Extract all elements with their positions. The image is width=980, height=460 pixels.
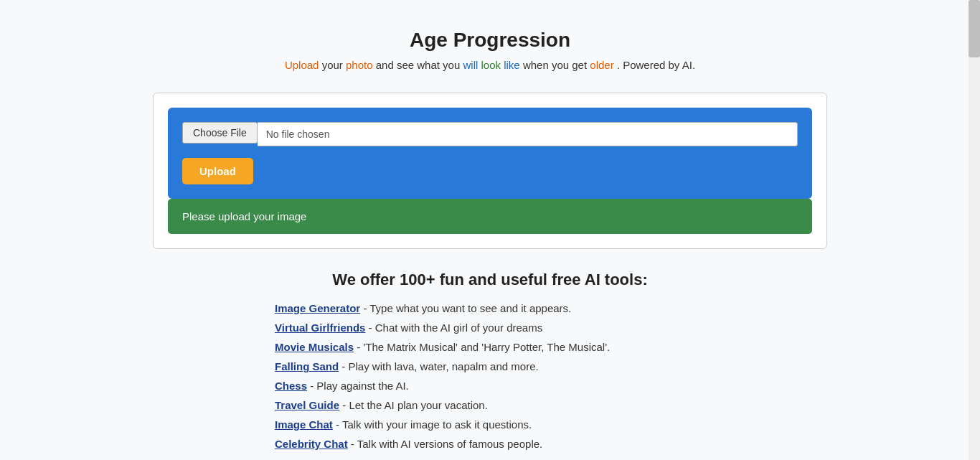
upload-section: Choose File No file chosen Upload Please… — [153, 93, 827, 249]
subtitle-will: will — [463, 59, 478, 71]
travel-guide-link[interactable]: Travel Guide — [275, 399, 339, 411]
scrollbar-track — [969, 0, 980, 460]
celebrity-chat-link[interactable]: Celebrity Chat — [275, 438, 348, 450]
tool-list: Image Generator - Type what you want to … — [275, 302, 705, 450]
list-item: Virtual Girlfriends - Chat with the AI g… — [275, 321, 705, 334]
tools-heading: We offer 100+ fun and useful free AI too… — [153, 271, 827, 289]
chess-desc: - Play against the AI. — [307, 380, 409, 392]
file-input-container: Choose File No file chosen — [182, 122, 798, 146]
movie-musicals-desc: - 'The Matrix Musical' and 'Harry Potter… — [354, 341, 610, 353]
image-chat-desc: - Talk with your image to ask it questio… — [333, 418, 532, 431]
file-name-display: No file chosen — [258, 122, 798, 146]
falling-sand-desc: - Play with lava, water, napalm and more… — [339, 360, 538, 372]
celebrity-chat-desc: - Talk with AI versions of famous people… — [348, 438, 543, 450]
upload-blue-box: Choose File No file chosen Upload — [168, 108, 812, 199]
list-item: Falling Sand - Play with lava, water, na… — [275, 360, 705, 372]
image-generator-link[interactable]: Image Generator — [275, 302, 360, 314]
subtitle-like: like — [504, 59, 520, 71]
list-item: Image Generator - Type what you want to … — [275, 302, 705, 314]
file-input-wrapper[interactable]: Choose File — [182, 122, 258, 146]
subtitle-photo: photo — [346, 59, 373, 71]
scrollbar-thumb[interactable] — [969, 0, 980, 57]
tools-section: We offer 100+ fun and useful free AI too… — [153, 271, 827, 450]
virtual-girlfriends-desc: - Chat with the AI girl of your dreams — [365, 321, 542, 334]
status-bar: Please upload your image — [168, 199, 812, 234]
chess-link[interactable]: Chess — [275, 380, 307, 392]
list-item: Movie Musicals - 'The Matrix Musical' an… — [275, 341, 705, 353]
subtitle-older: older — [590, 59, 613, 71]
subtitle-look: look — [481, 59, 501, 71]
list-item: Chess - Play against the AI. — [275, 380, 705, 392]
subtitle-upload: Upload — [285, 59, 319, 71]
image-generator-desc: - Type what you want to see and it appea… — [360, 302, 571, 314]
list-item: Celebrity Chat - Talk with AI versions o… — [275, 438, 705, 450]
file-input-row: Choose File No file chosen — [182, 122, 798, 146]
virtual-girlfriends-link[interactable]: Virtual Girlfriends — [275, 321, 365, 334]
falling-sand-link[interactable]: Falling Sand — [275, 360, 339, 372]
list-item: Travel Guide - Let the AI plan your vaca… — [275, 399, 705, 411]
upload-button[interactable]: Upload — [182, 158, 253, 184]
movie-musicals-link[interactable]: Movie Musicals — [275, 341, 354, 353]
list-item: Image Chat - Talk with your image to ask… — [275, 418, 705, 431]
page-title: Age Progression — [153, 29, 827, 52]
travel-guide-desc: - Let the AI plan your vacation. — [339, 399, 488, 411]
image-chat-link[interactable]: Image Chat — [275, 418, 333, 431]
page-container: Age Progression Upload your photo and se… — [138, 0, 842, 460]
page-subtitle: Upload your photo and see what you will … — [153, 59, 827, 71]
